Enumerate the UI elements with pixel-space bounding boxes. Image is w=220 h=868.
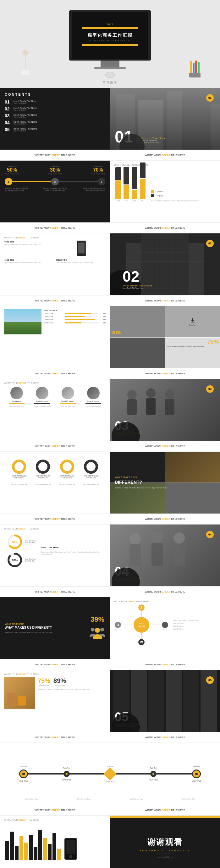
tl-label-bot-2: YOUR TITLE — [62, 779, 71, 781]
contents-num-3: 03 — [5, 113, 13, 118]
collage-grid: 30% Topic Text 75% Smart Insert Timely T… — [110, 306, 220, 368]
header-right-6: WRITE YOUR GREAT TITLE HERE — [110, 514, 220, 525]
dark-text-area: YOUR TITLE HERE WHAT MAKES US DIFFERENT?… — [5, 623, 85, 634]
tl-label-bot-1: YOUR TITLE — [19, 780, 28, 782]
eq-slide: WRITE YOUR GREAT TITLE HERE — [0, 816, 110, 868]
svg-text:T: T — [164, 623, 166, 627]
svg-rect-8 — [193, 63, 195, 74]
svg-text:85%: 85% — [12, 559, 18, 562]
header-right-7: WRITE YOUR GREAT TITLE HERE — [110, 586, 220, 597]
watermark: 草鸟图库 — [103, 80, 117, 85]
header-left-7: WRITE YOUR GREAT TITLE HERE — [0, 586, 110, 597]
build-sub-02: Insert Timely Title Name Here — [122, 287, 152, 289]
profile-bar-3 — [60, 403, 76, 404]
svg-text:O: O — [117, 623, 119, 627]
svg-rect-33 — [146, 398, 156, 415]
proc-dot-1: 1 — [5, 178, 12, 185]
cover-year: 2017 — [107, 23, 113, 26]
contents-item-4: 04 Insert Timely Title Name Topic Text H… — [5, 120, 105, 125]
profiles-slide: WRITE YOUR GREAT TITLE HERE Team Leader … — [0, 379, 110, 441]
ring-dark-1 — [36, 460, 50, 474]
building-03-slide: 03 03 Smart Header Topic Name Insert Tim… — [110, 379, 220, 441]
header-row-1: WRITE YOUR GREAT TITLE HERE WRITE YOUR G… — [0, 150, 220, 161]
header-right-4: WRITE YOUR GREAT TITLE HERE — [110, 368, 220, 379]
ibar-label-4: Cat first title — [44, 322, 63, 324]
header-row-6: WRITE YOUR GREAT TITLE HERE WRITE YOUR G… — [0, 514, 220, 525]
proc-pct-3: 70% — [91, 167, 105, 173]
people-icon — [89, 625, 105, 641]
avatar-img-1 — [10, 387, 23, 399]
big-number-02: 02 — [122, 269, 152, 284]
profile-1: Team Leader — [9, 387, 25, 404]
tl-label-top-3: Topic Text — [150, 767, 157, 769]
ibar-track-1 — [65, 313, 98, 314]
legend-item-2: Category B — [151, 194, 215, 197]
building-text-02: 02 Smart Header Topic Name Insert Timely… — [122, 269, 152, 289]
sky — [4, 309, 42, 322]
bar-dark-2 — [123, 167, 129, 184]
tl-label-top-1: Topic Text — [20, 766, 27, 768]
contents-num-1: 01 — [5, 99, 13, 104]
timeline-slide: Topic Text YOUR TITLE Topic Text YOUR TI… — [0, 743, 220, 805]
collage-cell-2: Topic Text — [165, 306, 220, 337]
bar-label-4: 2016 — [141, 200, 144, 202]
bar-label-3: 2015 — [133, 200, 136, 202]
swot-area: S W O T SWOT ANALYSIS Strength Weakness … — [113, 604, 217, 645]
cir-desc-4: Topic text here topic text — [82, 484, 101, 485]
contents-sub-5: Topic Text Here — [13, 130, 105, 132]
prof-desc-3: Topic Text Here Topic — [57, 406, 79, 407]
bar-label-1: 2013 — [116, 200, 120, 202]
thankyou-yellow-strip — [110, 816, 220, 818]
tl-label-top-2: Topic Text — [63, 767, 70, 769]
circle-item-2: YOUR TEXT NAMESub title here — [36, 460, 50, 479]
feat-title-2: Head Title — [4, 259, 54, 261]
gear-svg-2: 85% — [7, 552, 23, 568]
ibar-pct-1: 80% — [100, 312, 106, 314]
swot-text: Smart Insert Timely Title Name HereTopic… — [173, 619, 217, 630]
phone-mockup — [77, 241, 86, 256]
gear-content: 63% Your Text NameSub Title Here 85% You… — [4, 532, 106, 569]
row-gear-building04: WRITE YOUR GREAT TITLE HERE 63% Your Tex… — [0, 525, 220, 586]
svg-point-32 — [146, 389, 156, 398]
svg-point-46 — [173, 532, 185, 544]
ibar-fill-3 — [65, 319, 94, 320]
pct-30: 30% — [111, 330, 121, 336]
svg-rect-31 — [127, 399, 137, 415]
eq-bar-8 — [38, 830, 42, 860]
bar-yellow-3 — [132, 190, 137, 199]
cir-desc-2: Topic text here topic text — [34, 484, 53, 485]
food-item-1 — [7, 693, 16, 706]
feature-4: Head Title Topic Text Here Topic Text He… — [56, 259, 106, 264]
feat-desc-2: Topic Text Here Topic Text Here Topic Te… — [4, 261, 54, 264]
feat-title-3: Head Title — [56, 259, 106, 261]
bar-chart-header: SMART HEADER TITLE NUMBER — [114, 164, 216, 166]
process-text-row: How far do you wish to go For the first … — [5, 187, 105, 191]
cover-yellow-bar2 — [82, 44, 138, 46]
rack-5 — [183, 670, 199, 732]
svg-text:ANALYSIS: ANALYSIS — [138, 625, 145, 627]
header-left-9: WRITE YOUR GREAT TITLE HERE — [0, 732, 110, 743]
avatar-3 — [62, 387, 74, 399]
svg-point-49 — [91, 628, 94, 631]
header-left-6: WRITE YOUR GREAT TITLE HERE — [0, 514, 110, 525]
different-overlay: WHAT MAKES US DIFFERENT? Smart Insert Ti… — [110, 452, 220, 514]
tl-desc-1: Topic Text Here Topic — [19, 798, 44, 800]
svg-rect-11 — [189, 73, 200, 78]
svg-text:Opportunity: Opportunity — [115, 629, 121, 630]
contents-item-2: 02 Insert Timely Title Name Topic Text H… — [5, 106, 105, 111]
proc-dot-3: 3 — [98, 178, 105, 185]
different-label: WHAT MAKES US — [115, 476, 215, 478]
landscape-content: Your Title Here Cat first title 80% Cat … — [4, 309, 106, 334]
mkt-pct-2: 89% Business Data — [53, 677, 66, 686]
ibar-label-1: Cat first title — [44, 312, 63, 314]
prof-desc-4: Topic Text Here Topic — [82, 406, 104, 407]
proc-line-1 — [12, 181, 51, 182]
profile-4: Roger J. Gooden — [85, 387, 101, 404]
ibar-label-2: Cat first title — [44, 316, 63, 317]
write-label-1b: WRITE YOUR GREAT TITLE HERE — [145, 154, 186, 157]
contents-sub-3: Topic Text Here — [13, 116, 105, 118]
header-row-10: WRITE YOUR GREAT TITLE HERE WRITE YOUR G… — [0, 805, 220, 816]
vase-decoration — [19, 50, 31, 82]
write-label-10b: WRITE YOUR GREAT TITLE HERE — [145, 809, 186, 811]
ring-yellow-2 — [60, 460, 74, 474]
